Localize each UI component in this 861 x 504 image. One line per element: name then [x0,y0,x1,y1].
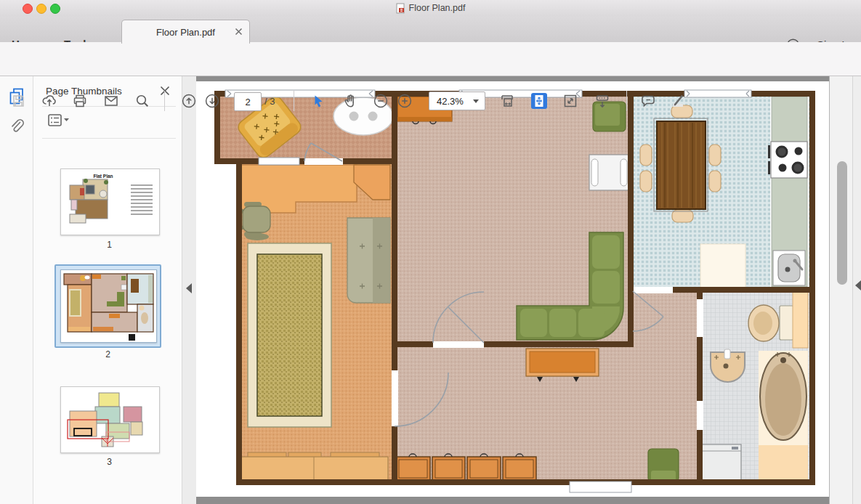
highlight-icon[interactable] [666,89,691,113]
thumbnail-1-label[interactable]: 1 [56,240,163,250]
fit-width-icon[interactable] [495,89,520,113]
document-viewer[interactable] [196,76,829,504]
floor-corridor [634,293,697,347]
thumbnail-2-selection[interactable] [54,264,161,348]
thumbnail-3-label[interactable]: 3 [56,457,163,467]
bedroom-chair [648,449,679,481]
collapse-panel-icon[interactable] [186,283,192,293]
thumbnail-options-button[interactable] [48,113,70,129]
email-icon[interactable] [99,89,124,113]
pdf-page-floor-plan [196,81,829,497]
zoom-out-icon[interactable] [368,89,393,113]
pdf-file-icon [396,3,405,14]
window-title: Floor Plan.pdf [409,3,466,13]
bathtub [759,351,808,484]
fit-page-icon[interactable] [527,89,551,113]
page-down-icon[interactable] [200,89,225,113]
print-icon[interactable] [68,89,92,113]
thumbnail-2-preview [61,270,156,342]
toolbar-divider [294,91,294,111]
kitchen-island [700,244,745,288]
wash-basin [711,349,745,382]
toolbar-divider [164,91,165,111]
vertical-scrollbar[interactable] [829,76,861,504]
thumbnail-page-3[interactable] [60,386,160,453]
thumbnail-2-label[interactable]: 2 [54,349,161,359]
search-icon[interactable] [130,89,155,113]
page-number-input[interactable] [234,92,262,111]
page-total-label: / 3 [264,96,275,107]
bathroom-cabinet [793,292,808,348]
tab-document[interactable]: Floor Plan.pdf [121,20,250,44]
zoom-in-icon[interactable] [392,89,417,113]
select-tool-icon[interactable] [306,89,331,113]
small-table [589,155,630,190]
thumbnail-3-preview [61,387,159,452]
washing-machine [702,444,741,481]
window-title-area: Floor Plan.pdf [0,0,861,16]
thumbnail-1-title: Flat Plan [93,174,113,179]
stove [768,142,807,178]
collapse-right-icon[interactable] [855,280,861,290]
attachments-icon[interactable] [8,118,25,137]
divider [42,138,176,139]
thumbnail-1-preview: Flat Plan [61,169,159,235]
thumbnail-2-view-indicator [129,334,135,341]
save-icon[interactable] [6,89,31,113]
dining-table [654,118,708,211]
kitchen-sink [773,251,805,285]
share-cloud-icon[interactable] [37,89,62,113]
rug [248,243,331,427]
zoom-level-dropdown[interactable]: 42.3% [429,92,485,110]
scrollbar-thumb[interactable] [837,161,847,285]
chevron-down-icon [473,99,479,103]
close-icon[interactable] [159,85,171,97]
hand-tool-icon[interactable] [338,89,363,113]
scroll-mode-icon[interactable] [590,89,615,113]
zoom-level-value: 42.3% [437,96,473,107]
sideboard [239,452,388,481]
tab-document-label: Floor Plan.pdf [156,27,215,38]
navigation-rail [0,76,33,504]
titlebar: Floor Plan.pdf [0,0,861,17]
tab-close-icon[interactable] [234,27,243,36]
fullscreen-icon[interactable] [558,89,583,113]
right-edge-strip [852,76,861,504]
thumbnail-page-1[interactable]: Flat Plan [60,168,160,235]
toolbar-divider [626,91,627,111]
thumbnail-page-2[interactable] [60,269,157,343]
page-thumbnails-panel: Page Thumbnails Flat Plan [33,76,182,504]
page-up-icon[interactable] [177,89,201,113]
panel-splitter[interactable] [182,76,198,504]
toolbar: / 3 42.3% [0,42,861,76]
comment-icon[interactable] [636,89,660,113]
wardrobe-cabinet [347,218,390,303]
toilet [748,305,793,341]
